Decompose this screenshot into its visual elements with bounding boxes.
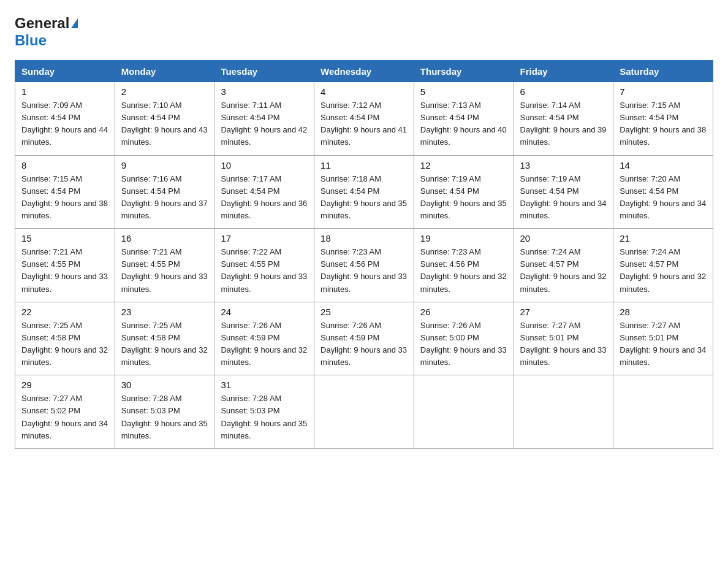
day-number: 25 — [320, 307, 408, 317]
day-number: 28 — [620, 307, 707, 317]
day-info: Sunrise: 7:26 AMSunset: 4:59 PMDaylight:… — [221, 320, 308, 369]
day-number: 2 — [121, 86, 208, 97]
day-info: Sunrise: 7:16 AMSunset: 4:54 PMDaylight:… — [121, 173, 208, 223]
day-number: 5 — [420, 86, 507, 97]
calendar-day-cell: 19Sunrise: 7:23 AMSunset: 4:56 PMDayligh… — [414, 229, 514, 302]
day-info: Sunrise: 7:27 AMSunset: 5:01 PMDaylight:… — [520, 320, 607, 369]
day-number: 9 — [121, 160, 208, 170]
day-info: Sunrise: 7:21 AMSunset: 4:55 PMDaylight:… — [21, 246, 108, 296]
calendar-day-cell: 4Sunrise: 7:12 AMSunset: 4:54 PMDaylight… — [314, 82, 414, 156]
calendar-day-cell: 15Sunrise: 7:21 AMSunset: 4:55 PMDayligh… — [15, 229, 115, 302]
day-info: Sunrise: 7:12 AMSunset: 4:54 PMDaylight:… — [320, 99, 408, 149]
calendar-day-cell: 27Sunrise: 7:27 AMSunset: 5:01 PMDayligh… — [514, 302, 613, 375]
day-number: 18 — [320, 233, 408, 243]
weekday-header-tuesday: Tuesday — [214, 61, 314, 82]
day-number: 13 — [520, 160, 607, 170]
calendar-day-cell: 2Sunrise: 7:10 AMSunset: 4:54 PMDaylight… — [115, 82, 214, 156]
calendar-day-cell: 30Sunrise: 7:28 AMSunset: 5:03 PMDayligh… — [115, 375, 214, 449]
day-info: Sunrise: 7:11 AMSunset: 4:54 PMDaylight:… — [221, 99, 308, 149]
day-number: 23 — [121, 307, 208, 317]
calendar-day-cell: 10Sunrise: 7:17 AMSunset: 4:54 PMDayligh… — [214, 155, 314, 229]
calendar-day-cell: 1Sunrise: 7:09 AMSunset: 4:54 PMDaylight… — [15, 82, 115, 156]
calendar-day-cell: 29Sunrise: 7:27 AMSunset: 5:02 PMDayligh… — [15, 375, 115, 449]
day-number: 30 — [121, 380, 208, 390]
weekday-header-thursday: Thursday — [414, 61, 514, 82]
day-number: 14 — [620, 160, 707, 170]
day-info: Sunrise: 7:17 AMSunset: 4:54 PMDaylight:… — [221, 173, 308, 223]
day-info: Sunrise: 7:18 AMSunset: 4:54 PMDaylight:… — [320, 173, 408, 223]
weekday-header-saturday: Saturday — [613, 61, 713, 82]
calendar-week-row: 29Sunrise: 7:27 AMSunset: 5:02 PMDayligh… — [15, 375, 713, 449]
day-number: 11 — [320, 160, 408, 170]
day-info: Sunrise: 7:10 AMSunset: 4:54 PMDaylight:… — [121, 99, 208, 149]
day-info: Sunrise: 7:26 AMSunset: 5:00 PMDaylight:… — [420, 320, 507, 369]
calendar-day-cell: 23Sunrise: 7:25 AMSunset: 4:58 PMDayligh… — [115, 302, 214, 375]
calendar-day-cell — [613, 375, 713, 449]
calendar-day-cell — [414, 375, 514, 449]
day-info: Sunrise: 7:20 AMSunset: 4:54 PMDaylight:… — [620, 173, 707, 223]
day-number: 19 — [420, 233, 507, 243]
weekday-header-monday: Monday — [115, 61, 214, 82]
day-info: Sunrise: 7:24 AMSunset: 4:57 PMDaylight:… — [520, 246, 607, 296]
day-info: Sunrise: 7:27 AMSunset: 5:01 PMDaylight:… — [620, 320, 707, 369]
day-number: 31 — [221, 380, 308, 390]
calendar-day-cell — [314, 375, 414, 449]
weekday-header-sunday: Sunday — [15, 61, 115, 82]
day-number: 21 — [620, 233, 707, 243]
calendar-day-cell: 18Sunrise: 7:23 AMSunset: 4:56 PMDayligh… — [314, 229, 414, 302]
day-number: 15 — [21, 233, 108, 243]
day-info: Sunrise: 7:24 AMSunset: 4:57 PMDaylight:… — [620, 246, 707, 296]
day-number: 16 — [121, 233, 208, 243]
day-number: 8 — [21, 160, 108, 170]
calendar-day-cell: 6Sunrise: 7:14 AMSunset: 4:54 PMDaylight… — [514, 82, 613, 156]
day-info: Sunrise: 7:28 AMSunset: 5:03 PMDaylight:… — [121, 393, 208, 442]
calendar-day-cell — [514, 375, 613, 449]
day-number: 7 — [620, 86, 707, 97]
calendar-day-cell: 26Sunrise: 7:26 AMSunset: 5:00 PMDayligh… — [414, 302, 514, 375]
day-number: 22 — [21, 307, 108, 317]
logo-arrow-icon — [71, 18, 78, 28]
day-number: 27 — [520, 307, 607, 317]
day-number: 29 — [21, 380, 108, 390]
calendar-day-cell: 3Sunrise: 7:11 AMSunset: 4:54 PMDaylight… — [214, 82, 314, 156]
day-info: Sunrise: 7:21 AMSunset: 4:55 PMDaylight:… — [121, 246, 208, 296]
logo-general-text: General — [15, 15, 69, 32]
day-number: 1 — [21, 86, 108, 97]
day-number: 4 — [320, 86, 408, 97]
day-info: Sunrise: 7:22 AMSunset: 4:55 PMDaylight:… — [221, 246, 308, 296]
calendar-day-cell: 17Sunrise: 7:22 AMSunset: 4:55 PMDayligh… — [214, 229, 314, 302]
day-info: Sunrise: 7:14 AMSunset: 4:54 PMDaylight:… — [520, 99, 607, 149]
day-info: Sunrise: 7:13 AMSunset: 4:54 PMDaylight:… — [420, 99, 507, 149]
weekday-header-wednesday: Wednesday — [314, 61, 414, 82]
calendar-day-cell: 31Sunrise: 7:28 AMSunset: 5:03 PMDayligh… — [214, 375, 314, 449]
logo: General Blue — [15, 15, 78, 49]
calendar-day-cell: 22Sunrise: 7:25 AMSunset: 4:58 PMDayligh… — [15, 302, 115, 375]
day-info: Sunrise: 7:25 AMSunset: 4:58 PMDaylight:… — [21, 320, 108, 369]
calendar-week-row: 15Sunrise: 7:21 AMSunset: 4:55 PMDayligh… — [15, 229, 713, 302]
day-info: Sunrise: 7:09 AMSunset: 4:54 PMDaylight:… — [21, 99, 108, 149]
calendar-day-cell: 9Sunrise: 7:16 AMSunset: 4:54 PMDaylight… — [115, 155, 214, 229]
calendar-day-cell: 20Sunrise: 7:24 AMSunset: 4:57 PMDayligh… — [514, 229, 613, 302]
calendar-day-cell: 16Sunrise: 7:21 AMSunset: 4:55 PMDayligh… — [115, 229, 214, 302]
calendar-week-row: 1Sunrise: 7:09 AMSunset: 4:54 PMDaylight… — [15, 82, 713, 156]
day-info: Sunrise: 7:25 AMSunset: 4:58 PMDaylight:… — [121, 320, 208, 369]
calendar-day-cell: 7Sunrise: 7:15 AMSunset: 4:54 PMDaylight… — [613, 82, 713, 156]
logo-blue-text: Blue — [15, 32, 47, 48]
calendar-week-row: 8Sunrise: 7:15 AMSunset: 4:54 PMDaylight… — [15, 155, 713, 229]
calendar-day-cell: 24Sunrise: 7:26 AMSunset: 4:59 PMDayligh… — [214, 302, 314, 375]
calendar-week-row: 22Sunrise: 7:25 AMSunset: 4:58 PMDayligh… — [15, 302, 713, 375]
day-info: Sunrise: 7:15 AMSunset: 4:54 PMDaylight:… — [21, 173, 108, 223]
day-info: Sunrise: 7:19 AMSunset: 4:54 PMDaylight:… — [520, 173, 607, 223]
day-number: 3 — [221, 86, 308, 97]
calendar-header-row: SundayMondayTuesdayWednesdayThursdayFrid… — [15, 61, 713, 82]
calendar-day-cell: 5Sunrise: 7:13 AMSunset: 4:54 PMDaylight… — [414, 82, 514, 156]
day-number: 12 — [420, 160, 507, 170]
day-info: Sunrise: 7:23 AMSunset: 4:56 PMDaylight:… — [320, 246, 408, 296]
day-info: Sunrise: 7:15 AMSunset: 4:54 PMDaylight:… — [620, 99, 707, 149]
calendar-day-cell: 11Sunrise: 7:18 AMSunset: 4:54 PMDayligh… — [314, 155, 414, 229]
day-number: 6 — [520, 86, 607, 97]
calendar-day-cell: 13Sunrise: 7:19 AMSunset: 4:54 PMDayligh… — [514, 155, 613, 229]
calendar-day-cell: 12Sunrise: 7:19 AMSunset: 4:54 PMDayligh… — [414, 155, 514, 229]
day-info: Sunrise: 7:28 AMSunset: 5:03 PMDaylight:… — [221, 393, 308, 442]
day-info: Sunrise: 7:26 AMSunset: 4:59 PMDaylight:… — [320, 320, 408, 369]
